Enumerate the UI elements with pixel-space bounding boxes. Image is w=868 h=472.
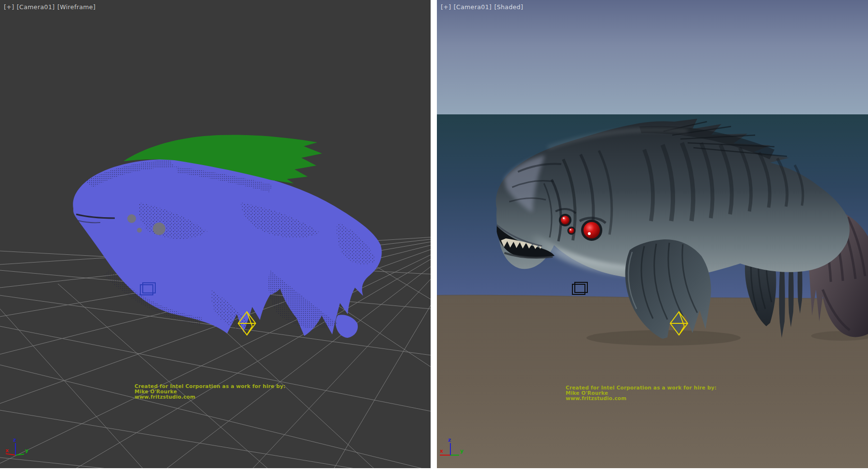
viewport-menu-pov[interactable]: [Camera01] <box>454 3 492 11</box>
viewport-divider[interactable] <box>431 0 437 468</box>
dual-viewport-canvas: x y z [+] [Camera01] [Wireframe] Created… <box>0 0 868 472</box>
creature-eye-spot <box>153 222 165 235</box>
viewport-label: [+] [Camera01] [Shaded] <box>441 3 524 11</box>
window-bottom-margin <box>0 468 868 472</box>
viewport-label: [+] [Camera01] [Wireframe] <box>4 3 96 11</box>
eye-small <box>561 216 570 224</box>
eye-large <box>583 222 600 238</box>
viewport-wireframe[interactable]: x y z [+] [Camera01] [Wireframe] Created… <box>0 0 431 468</box>
axis-z-label: z <box>448 437 451 443</box>
scene-watermark: Created for Intel Corporation as a work … <box>566 385 717 401</box>
sky-background <box>437 0 868 114</box>
watermark-line: www.fritzstudio.com <box>566 396 717 401</box>
viewport-menu-pov[interactable]: [Camera01] <box>17 3 55 11</box>
watermark-line: www.fritzstudio.com <box>135 394 285 400</box>
axis-x-label: x <box>440 448 443 454</box>
eye-tiny <box>569 228 574 234</box>
scene-watermark: Created for Intel Corporation as a work … <box>135 384 285 400</box>
creature-eye-spot <box>127 214 136 223</box>
axis-y-label: y <box>25 447 28 454</box>
viewport-menu-shading[interactable]: [Wireframe] <box>57 3 95 11</box>
viewport-menu-general[interactable]: [+] <box>4 3 14 11</box>
creature-eye-spot <box>137 228 142 233</box>
viewport-menu-shading[interactable]: [Shaded] <box>494 3 523 11</box>
axis-y-label: y <box>460 448 463 454</box>
axis-x-label: x <box>5 447 9 454</box>
axis-z-label: z <box>13 437 16 443</box>
viewport-menu-general[interactable]: [+] <box>441 3 451 11</box>
viewport-shaded[interactable]: x y z [+] [Camera01] [Shaded] Created fo… <box>437 0 868 468</box>
